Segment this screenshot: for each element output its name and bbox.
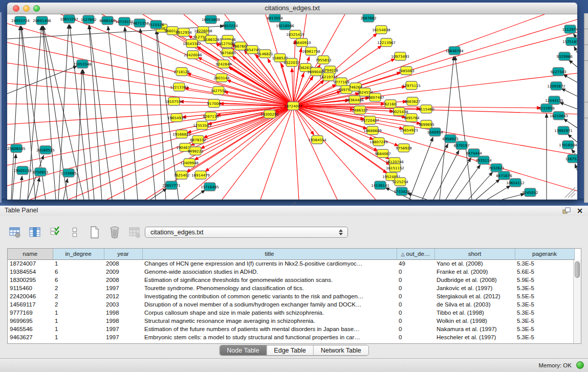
graph-node[interactable]: 1640954 [427,128,443,136]
graph-node[interactable]: 16640910 [293,38,311,47]
graph-node[interactable]: 9245052 [522,188,538,196]
graph-node[interactable]: 10654112 [506,179,525,187]
graph-node[interactable]: 19166825 [172,130,191,138]
tab-network-table[interactable]: Network Table [313,345,368,355]
select-rows-icon[interactable] [48,226,61,239]
table-row[interactable]: 1830029562008Estimation of significance … [8,276,574,284]
zoom-window-button[interactable] [33,5,40,12]
graph-node[interactable]: 3427552 [210,86,226,95]
graph-node[interactable]: 1167531 [565,155,577,163]
graph-node[interactable]: 9227343 [550,68,566,76]
float-window-icon[interactable] [562,207,571,214]
network-table-select[interactable]: citations_edges.txt [145,227,348,238]
graph-node[interactable]: 16914479 [191,171,210,179]
table-row[interactable]: 911546021997Tourette syndrome. Phenomeno… [8,284,574,292]
column-header-name[interactable]: name [8,249,53,259]
delete-table-icon[interactable] [128,226,141,239]
graph-node[interactable]: 8813054 [267,14,283,22]
graph-node[interactable]: 22420046 [184,51,202,59]
graph-node[interactable]: 18107554 [165,97,183,105]
scrollbar-thumb[interactable] [575,261,580,278]
graph-node[interactable]: 8186328 [203,35,219,43]
graph-node[interactable]: 19218586 [276,21,294,30]
column-header-title[interactable]: title [142,249,397,259]
graph-node[interactable]: 20364486 [345,96,364,104]
graph-node[interactable]: 7955812 [315,56,331,64]
table-settings-icon[interactable] [8,226,21,239]
graph-node[interactable]: 9684067 [375,149,390,158]
graph-node[interactable]: 7832621 [488,164,504,172]
graph-node[interactable]: 12213967 [377,38,396,47]
table-row[interactable]: 946362711997Embryonic stem cells: a mode… [8,333,574,341]
graph-node[interactable]: 9498222 [187,147,203,155]
graph-node[interactable]: 8878332 [190,136,206,144]
table-row[interactable]: 1456911722003Disruption of a novel membe… [8,300,574,309]
graph-node[interactable]: 1115685 [60,169,76,177]
graph-node[interactable]: 2935114 [475,156,492,164]
table-column-icon[interactable] [28,226,41,239]
network-graph-canvas[interactable]: 1872400718300295766382296601288912954182… [7,14,577,200]
graph-node[interactable]: 12353503 [193,121,211,129]
column-header-in_degree[interactable]: in_degree [53,249,104,259]
graph-node[interactable]: 917008 [207,99,221,107]
graph-node[interactable]: 8466160 [99,16,115,25]
graph-node[interactable]: 17016504 [559,141,577,149]
graph-node[interactable]: 5225254 [392,178,408,186]
graph-node[interactable]: 18325419 [286,30,304,38]
table-row[interactable]: 1938455462009Genome-wide association stu… [8,268,574,276]
close-panel-icon[interactable]: ✕ [577,207,583,215]
table-row[interactable]: 946554611997Estimation of the future num… [8,325,574,333]
graph-node[interactable]: 8471676 [496,171,512,180]
graph-node[interactable]: 7625402 [173,171,189,179]
graph-node[interactable]: 2718126 [173,68,190,76]
column-header-year[interactable]: year [104,249,142,259]
memory-status-indicator[interactable] [576,361,584,369]
graph-node[interactable]: 6379197 [453,141,469,149]
graph-node[interactable]: 16154838 [372,26,390,34]
graph-node[interactable]: 1733426 [394,187,410,195]
graph-node[interactable]: 12975115 [402,81,421,90]
graph-node[interactable]: 2803144 [213,74,230,82]
tab-edge-table[interactable]: Edge Table [266,345,313,355]
graph-node[interactable]: 20691406 [33,16,51,25]
table-row[interactable]: 2242004622012Investigating the contribut… [8,292,574,300]
graph-node[interactable]: 19384554 [308,136,326,144]
graph-node[interactable]: 9463627 [404,97,420,105]
new-document-icon[interactable] [88,226,101,239]
column-header-pagerank[interactable]: pagerank [515,249,574,259]
graph-node[interactable]: 16053809 [202,15,220,24]
graph-node[interactable]: 7486322 [352,106,367,114]
graph-node[interactable]: 24055724 [11,16,30,25]
table-row[interactable]: 1872400712008Changes of HCN gene express… [8,259,574,268]
graph-node[interactable]: 9329966 [556,52,573,60]
graph-node[interactable]: 13992971 [554,126,573,135]
table-row[interactable]: 969969511998Structural magnetic resonanc… [8,317,574,325]
graph-node[interactable]: 16648784 [445,47,464,55]
graph-node[interactable]: 25606505 [7,144,26,152]
graph-node[interactable]: 9699695 [418,120,434,128]
graph-node[interactable]: 7485063 [398,67,414,75]
tab-node-table[interactable]: Node Table [220,345,266,355]
graph-node[interactable]: 10653287 [60,15,78,23]
graph-node[interactable]: 19654935 [167,114,186,122]
close-window-button[interactable] [13,5,19,12]
graph-node[interactable]: 8267130 [203,112,219,120]
resize-grip-icon[interactable] [568,190,575,198]
graph-node[interactable]: 12409948 [180,159,199,167]
graph-node[interactable]: 6958923 [442,135,458,143]
graph-node[interactable]: 9115460 [418,105,434,113]
graph-node[interactable]: 15716485 [201,183,219,191]
graph-node[interactable]: 9777169 [333,78,349,86]
graph-node[interactable]: 8215958 [538,104,554,112]
graph-node[interactable]: 8750811 [32,168,48,176]
delete-icon[interactable] [108,226,121,239]
graph-node[interactable]: 9756928 [396,144,411,152]
graph-node[interactable]: 9146821 [257,50,273,58]
graph-node[interactable]: 8912954 [176,28,192,36]
graph-node[interactable]: 62160 [385,100,396,108]
graph-node[interactable]: 19505153 [13,166,32,174]
minimize-window-button[interactable] [23,5,30,12]
column-header-short[interactable]: short [434,249,515,259]
panel-splitter-grip[interactable] [292,202,296,206]
graph-node[interactable]: 12444135 [545,96,563,104]
